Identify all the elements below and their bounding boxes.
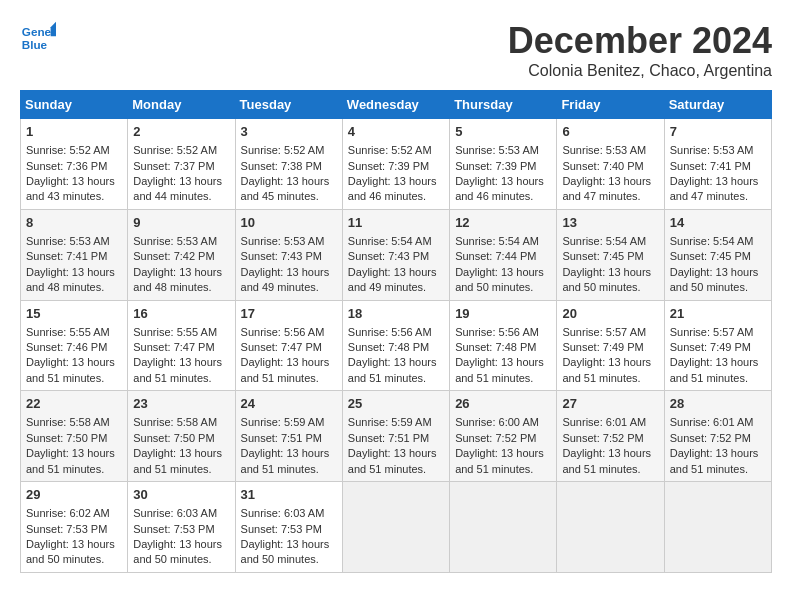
sunrise-text: Sunrise: 6:03 AM bbox=[133, 507, 217, 519]
sunset-text: Sunset: 7:49 PM bbox=[670, 341, 751, 353]
sunrise-text: Sunrise: 5:57 AM bbox=[670, 326, 754, 338]
daylight-minutes: and 51 minutes. bbox=[670, 463, 748, 475]
day-number: 26 bbox=[455, 395, 551, 413]
sunrise-text: Sunrise: 6:02 AM bbox=[26, 507, 110, 519]
daylight-text: Daylight: 13 hours bbox=[133, 538, 222, 550]
sunrise-text: Sunrise: 5:52 AM bbox=[348, 144, 432, 156]
daylight-minutes: and 47 minutes. bbox=[562, 190, 640, 202]
sunset-text: Sunset: 7:53 PM bbox=[241, 523, 322, 535]
day-number: 5 bbox=[455, 123, 551, 141]
sunrise-text: Sunrise: 6:03 AM bbox=[241, 507, 325, 519]
day-number: 12 bbox=[455, 214, 551, 232]
sunrise-text: Sunrise: 5:54 AM bbox=[455, 235, 539, 247]
location-title: Colonia Benitez, Chaco, Argentina bbox=[508, 62, 772, 80]
daylight-minutes: and 51 minutes. bbox=[455, 463, 533, 475]
daylight-minutes: and 43 minutes. bbox=[26, 190, 104, 202]
daylight-minutes: and 50 minutes. bbox=[133, 553, 211, 565]
daylight-minutes: and 44 minutes. bbox=[133, 190, 211, 202]
sunset-text: Sunset: 7:53 PM bbox=[133, 523, 214, 535]
calendar-table: SundayMondayTuesdayWednesdayThursdayFrid… bbox=[20, 90, 772, 573]
sunrise-text: Sunrise: 5:59 AM bbox=[348, 416, 432, 428]
col-header-monday: Monday bbox=[128, 91, 235, 119]
calendar-cell: 13Sunrise: 5:54 AMSunset: 7:45 PMDayligh… bbox=[557, 209, 664, 300]
svg-text:Blue: Blue bbox=[22, 38, 48, 51]
daylight-minutes: and 46 minutes. bbox=[455, 190, 533, 202]
sunrise-text: Sunrise: 5:54 AM bbox=[562, 235, 646, 247]
daylight-text: Daylight: 13 hours bbox=[455, 447, 544, 459]
calendar-week-2: 8Sunrise: 5:53 AMSunset: 7:41 PMDaylight… bbox=[21, 209, 772, 300]
day-number: 6 bbox=[562, 123, 658, 141]
daylight-text: Daylight: 13 hours bbox=[26, 266, 115, 278]
calendar-cell: 1Sunrise: 5:52 AMSunset: 7:36 PMDaylight… bbox=[21, 119, 128, 210]
daylight-minutes: and 51 minutes. bbox=[562, 372, 640, 384]
daylight-minutes: and 45 minutes. bbox=[241, 190, 319, 202]
sunset-text: Sunset: 7:46 PM bbox=[26, 341, 107, 353]
daylight-text: Daylight: 13 hours bbox=[455, 175, 544, 187]
calendar-cell: 2Sunrise: 5:52 AMSunset: 7:37 PMDaylight… bbox=[128, 119, 235, 210]
calendar-cell bbox=[450, 482, 557, 573]
calendar-body: 1Sunrise: 5:52 AMSunset: 7:36 PMDaylight… bbox=[21, 119, 772, 573]
daylight-text: Daylight: 13 hours bbox=[562, 175, 651, 187]
sunset-text: Sunset: 7:39 PM bbox=[348, 160, 429, 172]
sunset-text: Sunset: 7:38 PM bbox=[241, 160, 322, 172]
sunset-text: Sunset: 7:36 PM bbox=[26, 160, 107, 172]
daylight-text: Daylight: 13 hours bbox=[26, 447, 115, 459]
day-number: 8 bbox=[26, 214, 122, 232]
calendar-cell: 7Sunrise: 5:53 AMSunset: 7:41 PMDaylight… bbox=[664, 119, 771, 210]
daylight-text: Daylight: 13 hours bbox=[133, 266, 222, 278]
calendar-cell: 4Sunrise: 5:52 AMSunset: 7:39 PMDaylight… bbox=[342, 119, 449, 210]
daylight-minutes: and 51 minutes. bbox=[133, 372, 211, 384]
sunset-text: Sunset: 7:48 PM bbox=[348, 341, 429, 353]
daylight-text: Daylight: 13 hours bbox=[133, 175, 222, 187]
day-number: 20 bbox=[562, 305, 658, 323]
calendar-cell bbox=[557, 482, 664, 573]
daylight-minutes: and 48 minutes. bbox=[26, 281, 104, 293]
daylight-text: Daylight: 13 hours bbox=[455, 266, 544, 278]
daylight-text: Daylight: 13 hours bbox=[241, 356, 330, 368]
sunset-text: Sunset: 7:44 PM bbox=[455, 250, 536, 262]
col-header-thursday: Thursday bbox=[450, 91, 557, 119]
logo: General Blue bbox=[20, 20, 56, 56]
calendar-cell: 28Sunrise: 6:01 AMSunset: 7:52 PMDayligh… bbox=[664, 391, 771, 482]
day-number: 14 bbox=[670, 214, 766, 232]
sunrise-text: Sunrise: 5:53 AM bbox=[670, 144, 754, 156]
col-header-saturday: Saturday bbox=[664, 91, 771, 119]
sunset-text: Sunset: 7:51 PM bbox=[348, 432, 429, 444]
sunrise-text: Sunrise: 5:55 AM bbox=[26, 326, 110, 338]
sunset-text: Sunset: 7:52 PM bbox=[562, 432, 643, 444]
sunrise-text: Sunrise: 6:01 AM bbox=[670, 416, 754, 428]
daylight-minutes: and 50 minutes. bbox=[241, 553, 319, 565]
daylight-text: Daylight: 13 hours bbox=[670, 447, 759, 459]
sunset-text: Sunset: 7:45 PM bbox=[562, 250, 643, 262]
sunrise-text: Sunrise: 5:56 AM bbox=[241, 326, 325, 338]
day-number: 17 bbox=[241, 305, 337, 323]
sunset-text: Sunset: 7:52 PM bbox=[670, 432, 751, 444]
daylight-text: Daylight: 13 hours bbox=[670, 356, 759, 368]
calendar-cell: 20Sunrise: 5:57 AMSunset: 7:49 PMDayligh… bbox=[557, 300, 664, 391]
day-number: 23 bbox=[133, 395, 229, 413]
calendar-cell: 14Sunrise: 5:54 AMSunset: 7:45 PMDayligh… bbox=[664, 209, 771, 300]
calendar-cell: 6Sunrise: 5:53 AMSunset: 7:40 PMDaylight… bbox=[557, 119, 664, 210]
day-number: 4 bbox=[348, 123, 444, 141]
day-number: 30 bbox=[133, 486, 229, 504]
sunset-text: Sunset: 7:37 PM bbox=[133, 160, 214, 172]
daylight-minutes: and 51 minutes. bbox=[133, 463, 211, 475]
sunrise-text: Sunrise: 5:57 AM bbox=[562, 326, 646, 338]
day-number: 7 bbox=[670, 123, 766, 141]
daylight-minutes: and 51 minutes. bbox=[455, 372, 533, 384]
calendar-cell: 11Sunrise: 5:54 AMSunset: 7:43 PMDayligh… bbox=[342, 209, 449, 300]
sunset-text: Sunset: 7:41 PM bbox=[670, 160, 751, 172]
calendar-week-5: 29Sunrise: 6:02 AMSunset: 7:53 PMDayligh… bbox=[21, 482, 772, 573]
sunrise-text: Sunrise: 6:01 AM bbox=[562, 416, 646, 428]
daylight-text: Daylight: 13 hours bbox=[241, 175, 330, 187]
sunset-text: Sunset: 7:51 PM bbox=[241, 432, 322, 444]
daylight-text: Daylight: 13 hours bbox=[562, 447, 651, 459]
sunset-text: Sunset: 7:39 PM bbox=[455, 160, 536, 172]
col-header-tuesday: Tuesday bbox=[235, 91, 342, 119]
calendar-cell: 24Sunrise: 5:59 AMSunset: 7:51 PMDayligh… bbox=[235, 391, 342, 482]
calendar-cell: 15Sunrise: 5:55 AMSunset: 7:46 PMDayligh… bbox=[21, 300, 128, 391]
day-number: 25 bbox=[348, 395, 444, 413]
calendar-cell: 17Sunrise: 5:56 AMSunset: 7:47 PMDayligh… bbox=[235, 300, 342, 391]
daylight-text: Daylight: 13 hours bbox=[455, 356, 544, 368]
sunset-text: Sunset: 7:40 PM bbox=[562, 160, 643, 172]
